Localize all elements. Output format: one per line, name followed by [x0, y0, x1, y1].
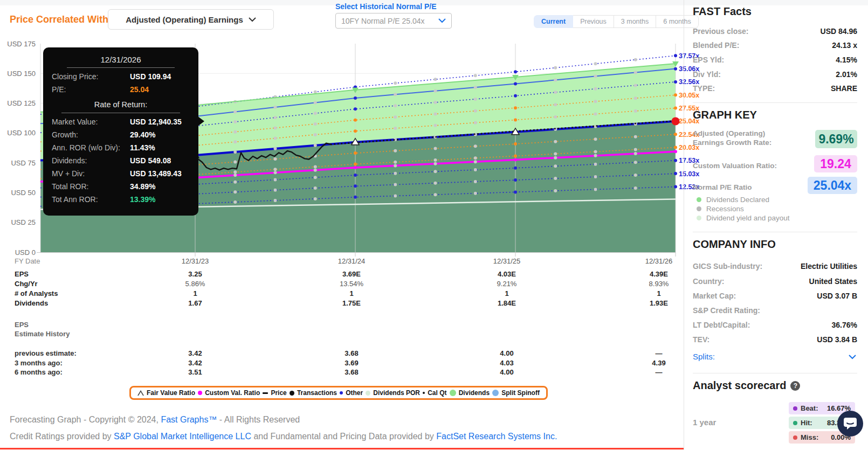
data-dot	[354, 107, 357, 110]
data-dot	[514, 118, 517, 121]
tooltip-row: Closing Price:USD 109.94	[52, 73, 190, 81]
data-dot	[554, 115, 557, 119]
company-info-row-label: TEV:	[693, 335, 709, 344]
footer-link[interactable]: Fast Graphs™	[161, 415, 217, 424]
splits-link[interactable]: Splits:	[693, 352, 857, 361]
company-info-row: Country:United States	[693, 277, 857, 286]
data-dot	[474, 98, 477, 101]
data-dot	[434, 162, 437, 165]
estimate-row-value: 4.39	[616, 359, 702, 367]
sidebar-divider	[684, 0, 684, 450]
data-dot	[554, 189, 557, 192]
data-dot	[274, 147, 277, 150]
legend-item-price[interactable]: Price	[263, 389, 286, 397]
eps-row: EPS3.253.69E4.03E4.39E	[0, 270, 684, 279]
tooltip-row: Total ROR:34.89%	[52, 183, 190, 191]
tooltip-row: P/E:25.04	[52, 86, 190, 94]
estimate-row-label: previous estimate:	[15, 349, 77, 357]
legend-item-label: Other	[346, 389, 363, 397]
tooltip-row: Tot Ann ROR:13.39%	[52, 196, 190, 204]
data-dot	[233, 181, 237, 184]
bullet-label: Dividend yield and payout	[706, 214, 790, 222]
data-dot	[514, 167, 517, 170]
bottom-accent-line	[0, 448, 684, 449]
data-dot	[274, 189, 277, 192]
footer-text: - All Rights Reserved	[217, 415, 300, 424]
company-info-row-value: USD 3.07 B	[817, 292, 857, 300]
data-dot	[354, 196, 357, 199]
estimate-row-value: 3.51	[152, 368, 238, 376]
estimate-row: previous estimate:3.423.684.00—	[0, 349, 684, 358]
estimate-history-title-1: EPS	[15, 321, 29, 329]
help-icon[interactable]: ?	[790, 381, 800, 391]
tooltip-row: Dividends:USD 549.08	[52, 157, 190, 165]
data-dot	[233, 110, 237, 113]
estimate-row-value: 3.42	[152, 359, 238, 367]
bullet-dot-icon	[697, 216, 701, 220]
data-dot	[314, 133, 317, 136]
data-dot	[594, 75, 597, 78]
data-dot	[514, 82, 517, 86]
data-dot	[674, 150, 677, 153]
legend-item-split-spinoff[interactable]: Split Spinoff	[492, 389, 540, 397]
tooltip-row-label: MV + Div:	[52, 170, 130, 178]
data-dot	[634, 96, 637, 100]
data-dot	[394, 164, 397, 167]
legend-dot-icon	[492, 390, 499, 396]
footer-link[interactable]: S&P Global Market Intelligence LLC	[114, 432, 251, 441]
legend-item-dividends[interactable]: Dividends	[450, 389, 490, 397]
fast-facts-title: FAST Facts	[693, 5, 752, 18]
y-axis-label: USD 150	[7, 70, 36, 78]
legend-item-transactions[interactable]: Transactions	[290, 389, 337, 397]
data-dot	[594, 154, 597, 157]
eps-row-value: 3.69E	[308, 270, 395, 278]
data-dot	[594, 100, 597, 103]
data-dot	[554, 140, 557, 143]
fast-facts-row-label: Previous close:	[693, 27, 749, 36]
company-info-row: LT Debt/Capital:36.76%	[693, 321, 857, 329]
copyright-line: Forecasting Graph - Copyright © 2024, Fa…	[10, 415, 300, 425]
data-dot	[354, 119, 357, 122]
legend-item-custom-val-ratio[interactable]: Custom Val. Ratio	[198, 389, 260, 397]
data-dot	[634, 109, 637, 113]
footer-link[interactable]: FactSet Research Systems Inc.	[436, 432, 557, 441]
analysts-row-value: 1	[464, 289, 550, 297]
data-dot	[474, 180, 477, 183]
data-dot	[274, 199, 277, 202]
data-dot	[314, 144, 317, 147]
legend-item-fair-value-ratio[interactable]: Fair Value Ratio	[137, 389, 195, 397]
fast-facts-row-label: Blended P/E:	[693, 41, 739, 50]
data-dot	[434, 182, 437, 185]
eps-row-value: 3.25	[152, 270, 238, 278]
data-dot	[274, 168, 277, 171]
data-dot	[474, 160, 477, 163]
legend-item-other[interactable]: Other	[340, 389, 363, 397]
legend-item-dividends-por[interactable]: Dividends POR	[366, 389, 420, 397]
data-dot	[594, 137, 597, 141]
chg-yr-row: Chg/Yr5.86%13.54%9.21%8.93%	[0, 280, 684, 288]
legend-item-cal-qt[interactable]: Cal Qt	[423, 389, 446, 397]
data-dot	[514, 142, 517, 146]
data-dot	[394, 127, 397, 130]
data-dot	[233, 120, 237, 123]
fast-facts-row-value: 24.13 x	[832, 41, 857, 50]
estimate-row-value: 4.00	[464, 368, 550, 376]
fast-facts-row-value: 4.15%	[836, 56, 857, 64]
badge-dot-icon	[793, 421, 797, 425]
data-dot	[274, 106, 277, 109]
bullet-dot-icon	[697, 206, 701, 211]
data-dot	[474, 144, 477, 148]
legend-item-label: Custom Val. Ratio	[205, 389, 260, 397]
data-dot	[354, 129, 357, 133]
data-dot	[594, 87, 597, 91]
tooltip-row: Market Value:USD 12,940.35	[52, 118, 190, 126]
data-dot	[354, 96, 357, 100]
graph-key-badge: 25.04x	[808, 177, 857, 194]
data-dot	[674, 67, 677, 71]
data-dot	[314, 112, 317, 115]
estimate-history-title-2: Estimate History	[15, 330, 70, 338]
estimate-row: 6 months ago:3.513.684.00—	[0, 368, 684, 377]
badge-dot-icon	[793, 406, 797, 411]
chat-bubble-button[interactable]	[837, 411, 863, 437]
fast-facts-row: Div Yld:2.01%	[693, 70, 857, 79]
